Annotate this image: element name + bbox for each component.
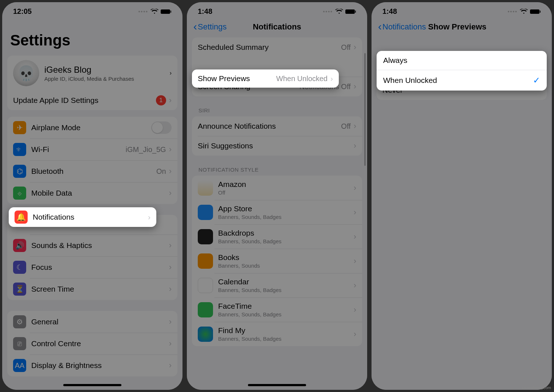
row-label: Screen Time — [31, 285, 169, 293]
app-sub: Off — [218, 189, 354, 196]
chevron-right-icon: › — [354, 232, 356, 241]
battery-icon — [345, 9, 356, 14]
app-row-amazon[interactable]: AmazonOff› — [192, 176, 362, 200]
svg-rect-3 — [355, 11, 356, 13]
bell-icon: 🔔 — [15, 211, 28, 224]
airplane-mode-row[interactable]: ✈ Airplane Mode — [7, 117, 177, 139]
wifi-row[interactable]: ᯤ Wi-Fi iGM_Jio_5G › — [7, 139, 177, 160]
status-bar: 12:05 •••• — [2, 2, 182, 19]
mobile-data-row[interactable]: ⟐ Mobile Data › — [7, 182, 177, 204]
svg-rect-0 — [161, 9, 170, 14]
watermark: www.deuaq.com — [522, 385, 551, 390]
chevron-right-icon: › — [354, 208, 356, 217]
notifications-screen: 1:48 •••• ‹ Settings Notifications Sched… — [187, 2, 367, 390]
chevron-right-icon: › — [148, 213, 150, 221]
settings-screen: 12:05 •••• Settings 💀 iGeeks Blog Apple … — [2, 2, 182, 390]
row-label: Bluetooth — [31, 167, 156, 176]
app-row-backdrops[interactable]: BackdropsBanners, Sounds, Badges› — [192, 224, 362, 249]
display-row[interactable]: AA Display & Brightness › — [7, 355, 177, 376]
app-sub: Banners, Sounds, Badges — [218, 336, 354, 342]
show-previews-row-highlight[interactable]: Show Previews When Unlocked › — [192, 69, 339, 88]
chevron-right-icon: › — [170, 70, 172, 76]
battery-icon — [161, 9, 172, 14]
back-button[interactable]: ‹ Notifications — [378, 22, 426, 32]
general-row[interactable]: ⚙ General › — [7, 311, 177, 333]
app-icon — [198, 253, 213, 269]
option-always[interactable]: Always — [377, 51, 547, 70]
page-title: Settings — [2, 19, 182, 56]
sounds-row[interactable]: 🔊 Sounds & Haptics › — [7, 235, 177, 256]
row-label: Mobile Data — [31, 189, 169, 197]
app-row-facetime[interactable]: FaceTimeBanners, Sounds, Badges› — [192, 297, 362, 322]
bluetooth-row[interactable]: ⌬ Bluetooth On › — [7, 160, 177, 182]
svg-rect-5 — [540, 11, 541, 13]
options-highlight: Always When Unlocked ✓ — [377, 51, 547, 91]
scheduled-summary-row[interactable]: Scheduled Summary Off › — [192, 37, 362, 57]
back-label: Settings — [198, 22, 227, 32]
alerts-group: 🔊 Sounds & Haptics › ☾ Focus › ⏳ Screen … — [7, 215, 177, 300]
app-row-books[interactable]: BooksBanners, Sounds› — [192, 249, 362, 273]
battery-icon — [530, 9, 541, 14]
hourglass-icon: ⏳ — [13, 283, 26, 296]
chevron-right-icon: › — [169, 241, 172, 250]
app-row-findmy[interactable]: Find MyBanners, Sounds, Badges› — [192, 322, 362, 346]
update-apple-id-row[interactable]: Update Apple ID Settings 1 › — [7, 91, 177, 110]
option-when-unlocked[interactable]: When Unlocked ✓ — [377, 70, 547, 91]
general-group: ⚙ General › ⎚ Control Centre › AA Displa… — [7, 311, 177, 376]
app-sub: Banners, Sounds, Badges — [218, 311, 354, 317]
app-icon — [198, 180, 213, 196]
announce-notifications-row[interactable]: Announce Notifications Off › — [192, 116, 362, 136]
row-detail: When Unlocked — [276, 75, 328, 83]
chevron-right-icon: › — [169, 339, 172, 348]
chevron-right-icon: › — [169, 263, 172, 272]
avatar: 💀 — [13, 60, 39, 86]
notifications-row-highlight[interactable]: 🔔 Notifications › — [9, 207, 156, 227]
chevron-right-icon: › — [354, 183, 356, 193]
row-label: Show Previews — [198, 74, 250, 83]
chevron-right-icon: › — [169, 145, 172, 154]
home-indicator[interactable] — [248, 384, 306, 386]
row-label: General — [31, 317, 169, 326]
screentime-row[interactable]: ⏳ Screen Time › — [7, 278, 177, 300]
home-indicator[interactable] — [63, 384, 121, 386]
antenna-icon: ⟐ — [13, 187, 26, 200]
back-button[interactable]: ‹ Settings — [193, 22, 227, 32]
sliders-icon: ⎚ — [13, 337, 26, 350]
control-centre-row[interactable]: ⎚ Control Centre › — [7, 333, 177, 355]
wifi-icon — [520, 9, 528, 15]
app-row-calendar[interactable]: CalendarBanners, Sounds, Badges› — [192, 273, 362, 297]
row-detail: On — [156, 167, 166, 176]
app-icon — [198, 205, 213, 220]
focus-row[interactable]: ☾ Focus › — [7, 256, 177, 278]
show-previews-screen: 1:48 •••• ‹ Notifications Show Previews … — [372, 2, 552, 390]
row-label: Airplane Mode — [31, 123, 151, 132]
apple-id-row[interactable]: 💀 iGeeks Blog Apple ID, iCloud, Media & … — [7, 56, 177, 91]
status-time: 1:48 — [382, 7, 397, 16]
scroll-indicator[interactable] — [364, 53, 366, 166]
row-detail: Off — [341, 122, 350, 131]
siri-group: Announce Notifications Off › Siri Sugges… — [192, 116, 362, 156]
status-bar: 1:48 •••• — [372, 2, 552, 19]
row-label: Scheduled Summary — [198, 43, 341, 52]
chevron-right-icon: › — [354, 305, 356, 315]
app-name: Books — [218, 253, 354, 262]
chevron-right-icon: › — [169, 167, 172, 176]
app-sub: Banners, Sounds — [218, 263, 354, 269]
svg-rect-2 — [345, 9, 355, 14]
wifi-icon — [150, 9, 158, 15]
svg-rect-1 — [170, 11, 171, 13]
row-label: Update Apple ID Settings — [13, 96, 156, 105]
apple-id-group: 💀 iGeeks Blog Apple ID, iCloud, Media & … — [7, 56, 177, 110]
badge: 1 — [156, 95, 166, 105]
option-label: Always — [383, 56, 408, 65]
toggle-off[interactable] — [151, 121, 172, 134]
chevron-right-icon: › — [354, 121, 356, 131]
row-detail: iGM_Jio_5G — [126, 145, 166, 154]
app-name: Backdrops — [218, 229, 354, 237]
app-icon — [198, 327, 213, 342]
app-row-appstore[interactable]: App StoreBanners, Sounds, Badges› — [192, 200, 362, 224]
app-name: Find My — [218, 326, 354, 335]
row-label: Sounds & Haptics — [31, 241, 169, 250]
section-header-siri: SIRI — [192, 107, 362, 116]
siri-suggestions-row[interactable]: Siri Suggestions › — [192, 136, 362, 156]
